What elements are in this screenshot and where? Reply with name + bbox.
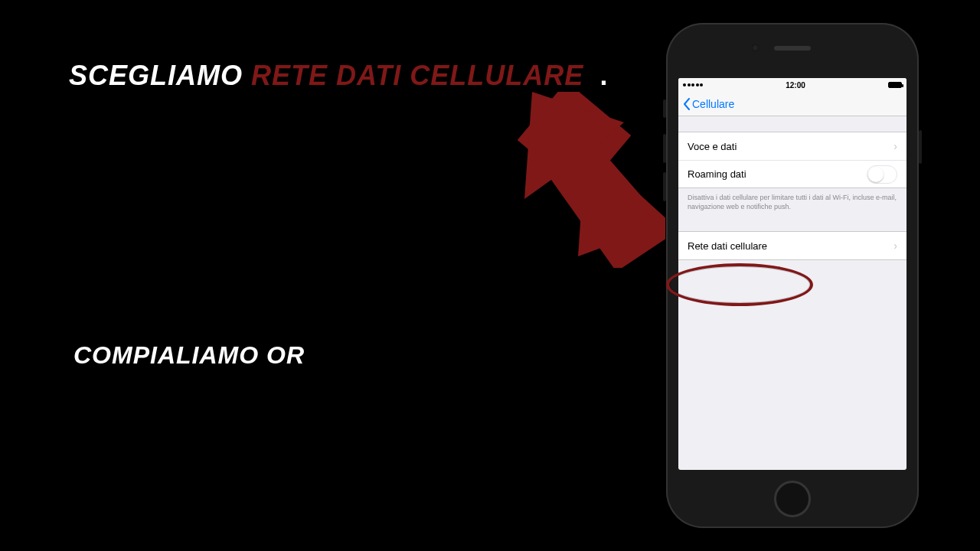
volume-down-button	[663, 172, 666, 201]
instruction-highlight: RETE DATI CELLULARE	[251, 60, 583, 91]
instruction-line-2: COMPIALIAMO OR	[74, 341, 305, 370]
group-footer-note: Disattiva i dati cellulare per limitare …	[678, 188, 906, 211]
status-bar-right	[888, 82, 902, 88]
instruction-suffix: .	[599, 60, 608, 91]
home-button[interactable]	[774, 481, 811, 517]
svg-marker-0	[518, 92, 632, 194]
roaming-toggle[interactable]	[867, 165, 897, 184]
instruction-prefix: SCEGLIAMO	[69, 60, 243, 91]
status-bar-left	[683, 83, 703, 86]
back-button-label: Cellulare	[692, 98, 734, 110]
back-button[interactable]: Cellulare	[683, 98, 734, 110]
svg-marker-1	[578, 145, 670, 256]
chevron-left-icon	[683, 98, 691, 110]
row-voice-and-data[interactable]: Voce e dati ›	[678, 132, 906, 160]
pointer-arrow-icon	[509, 92, 678, 268]
front-camera	[752, 44, 759, 51]
row-label: Rete dati cellulare	[688, 240, 767, 252]
power-button	[919, 130, 922, 164]
row-data-roaming[interactable]: Roaming dati	[678, 160, 906, 187]
signal-strength-icon	[683, 83, 703, 86]
row-label: Voce e dati	[688, 141, 737, 152]
instruction-line-1: SCEGLIAMO RETE DATI CELLULARE .	[69, 60, 608, 92]
phone-screen: 12:00 Cellulare Voce e dati › Roaming da…	[678, 78, 906, 470]
row-label: Roaming dati	[688, 168, 746, 180]
row-cellular-data-network[interactable]: Rete dati cellulare ›	[678, 232, 906, 259]
battery-icon	[888, 82, 902, 88]
settings-group-1: Voce e dati › Roaming dati	[678, 132, 906, 188]
svg-marker-2	[524, 92, 674, 268]
earpiece-speaker	[774, 46, 811, 51]
chevron-right-icon: ›	[893, 240, 897, 252]
navigation-bar: Cellulare	[678, 92, 906, 116]
settings-group-2: Rete dati cellulare ›	[678, 231, 906, 260]
volume-up-button	[663, 134, 666, 163]
chevron-right-icon: ›	[893, 140, 897, 152]
phone-mockup: 12:00 Cellulare Voce e dati › Roaming da…	[666, 23, 919, 528]
status-bar-time: 12:00	[786, 81, 805, 90]
mute-switch	[663, 99, 666, 118]
status-bar: 12:00	[678, 78, 906, 92]
